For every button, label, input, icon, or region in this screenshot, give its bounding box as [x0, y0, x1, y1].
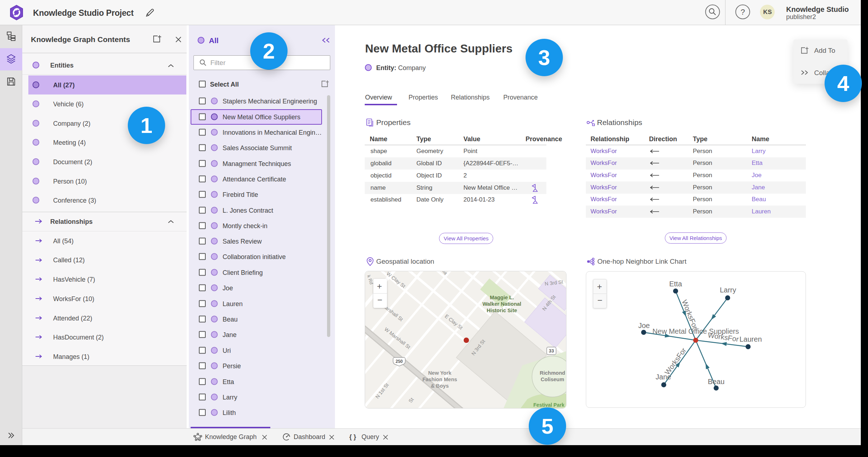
svg-text:250: 250 [396, 359, 403, 364]
svg-text:Etta: Etta [669, 280, 682, 288]
svg-text:Coliseum: Coliseum [541, 377, 564, 382]
svg-text:33: 33 [549, 348, 554, 354]
svg-text:Festival Park: Festival Park [533, 402, 565, 408]
svg-text:Historic Site: Historic Site [487, 308, 517, 313]
svg-text:Larry: Larry [720, 286, 736, 294]
svg-text:Fashion Mens: Fashion Mens [423, 377, 457, 382]
svg-text:?: ? [741, 8, 745, 17]
svg-text:New York: New York [428, 370, 452, 376]
svg-text:Beau: Beau [708, 378, 725, 386]
svg-text:Lauren: Lauren [739, 335, 762, 343]
svg-text:Walker National: Walker National [482, 301, 521, 307]
svg-text:Richmond: Richmond [540, 370, 565, 376]
svg-text:Joe: Joe [638, 322, 650, 329]
svg-text:WorksFor: WorksFor [663, 346, 688, 376]
svg-text:& Boys: & Boys [431, 383, 449, 389]
svg-text:Maggie L.: Maggie L. [490, 295, 514, 300]
